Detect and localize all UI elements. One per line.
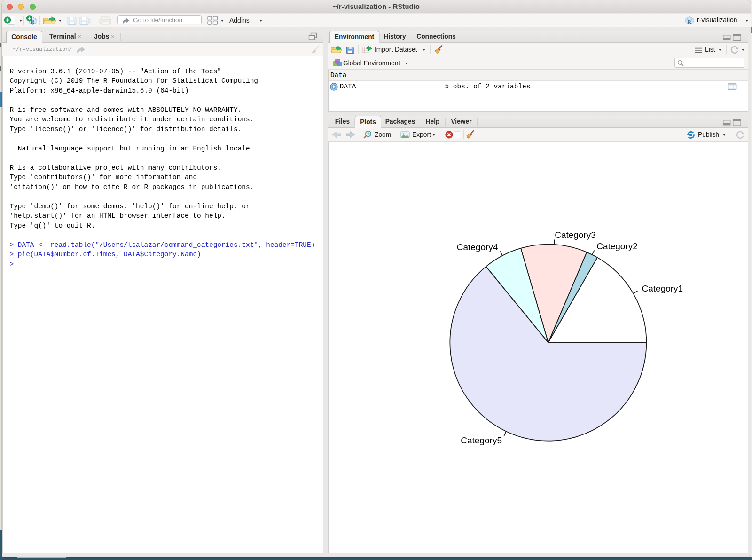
svg-text:Category2: Category2 [596, 241, 638, 251]
svg-text:R: R [688, 19, 692, 24]
svg-text:Category1: Category1 [642, 284, 683, 293]
svg-text:Category5: Category5 [461, 435, 502, 445]
svg-text:Category3: Category3 [555, 230, 596, 240]
svg-text:Category4: Category4 [457, 242, 498, 252]
